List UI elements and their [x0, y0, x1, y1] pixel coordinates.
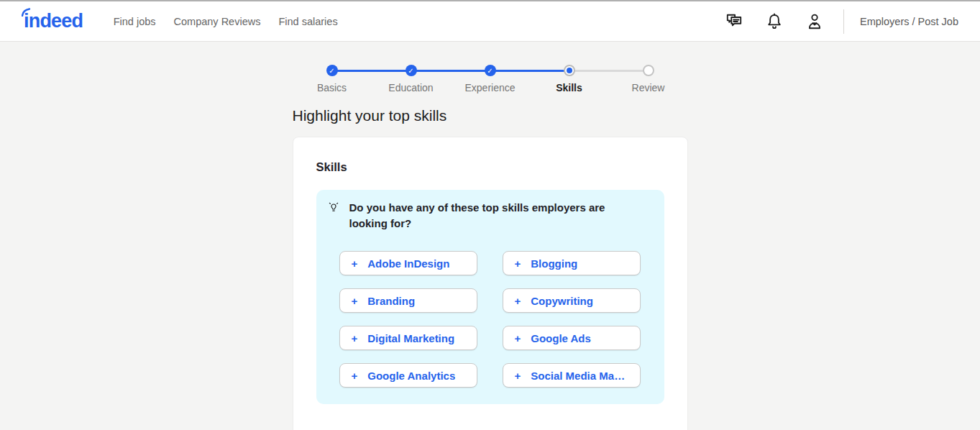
- step-label: Review: [632, 82, 665, 93]
- logo-arc-icon: [22, 8, 32, 17]
- suggested-skills-list: + Adobe InDesign + Blogging + Branding +…: [339, 251, 653, 388]
- navbar-divider: [843, 9, 844, 34]
- plus-icon: +: [352, 370, 358, 382]
- suggestion-question: Do you have any of these top skills empl…: [349, 200, 626, 232]
- step-complete-icon: ✓: [485, 65, 496, 76]
- main-content: ✓ Basics ✓ Education ✓ Experience Skills…: [293, 65, 688, 430]
- skills-card: Skills Do you have any of these top skil…: [293, 137, 688, 430]
- skill-chip-copywriting[interactable]: + Copywriting: [503, 288, 641, 313]
- plus-icon: +: [515, 332, 521, 344]
- skill-chip-label: Branding: [367, 295, 415, 307]
- step-current-icon: [564, 65, 575, 76]
- skill-chip-digital-marketing[interactable]: + Digital Marketing: [339, 326, 477, 350]
- plus-icon: +: [515, 257, 521, 270]
- step-complete-icon: ✓: [326, 65, 338, 76]
- navbar-actions: Employers / Post Job: [703, 9, 958, 34]
- plus-icon: +: [352, 295, 358, 307]
- notifications-icon[interactable]: [765, 12, 784, 31]
- step-upcoming-icon: [643, 65, 654, 76]
- plus-icon: +: [352, 257, 358, 270]
- page-title: Highlight your top skills: [293, 107, 688, 124]
- skill-chip-label: Adobe InDesign: [367, 257, 449, 270]
- skill-chip-label: Google Ads: [531, 332, 591, 344]
- skill-chip-label: Copywriting: [531, 295, 593, 307]
- step-label: Experience: [464, 82, 515, 93]
- skill-chip-blogging[interactable]: + Blogging: [503, 251, 641, 275]
- step-label: Skills: [556, 82, 582, 93]
- employers-post-job-link[interactable]: Employers / Post Job: [860, 16, 958, 27]
- lightbulb-icon: [328, 201, 339, 213]
- check-icon: ✓: [408, 67, 413, 75]
- skill-chip-branding[interactable]: + Branding: [339, 288, 477, 313]
- skills-card-heading: Skills: [316, 160, 664, 174]
- plus-icon: +: [515, 370, 521, 382]
- skill-chip-label: Social Media Ma…: [531, 370, 625, 382]
- check-icon: ✓: [487, 67, 493, 75]
- nav-find-jobs[interactable]: Find jobs: [104, 9, 165, 35]
- suggestion-question-row: Do you have any of these top skills empl…: [328, 200, 653, 232]
- profile-icon[interactable]: [805, 12, 824, 31]
- skill-chip-label: Google Analytics: [367, 370, 455, 382]
- skill-chip-google-analytics[interactable]: + Google Analytics: [339, 363, 477, 388]
- step-experience[interactable]: ✓ Experience: [451, 65, 530, 93]
- nav-find-salaries[interactable]: Find salaries: [270, 9, 347, 35]
- skill-chip-adobe-indesign[interactable]: + Adobe InDesign: [339, 251, 477, 275]
- nav-company-reviews[interactable]: Company Reviews: [165, 9, 270, 35]
- step-complete-icon: ✓: [406, 65, 417, 76]
- top-skills-suggestion-box: Do you have any of these top skills empl…: [316, 190, 664, 404]
- plus-icon: +: [515, 295, 521, 307]
- step-label: Basics: [317, 82, 347, 93]
- messages-icon[interactable]: [725, 12, 743, 31]
- skill-chip-label: Blogging: [531, 257, 577, 270]
- step-label: Education: [388, 82, 433, 93]
- plus-icon: +: [352, 332, 358, 344]
- check-icon: ✓: [329, 67, 334, 75]
- skill-chip-social-media-marketing[interactable]: + Social Media Ma…: [503, 363, 641, 388]
- skill-chip-google-ads[interactable]: + Google Ads: [503, 326, 641, 350]
- step-review[interactable]: Review: [609, 65, 688, 93]
- progress-stepper: ✓ Basics ✓ Education ✓ Experience Skills…: [293, 65, 688, 93]
- skill-chip-label: Digital Marketing: [367, 332, 454, 344]
- step-basics[interactable]: ✓ Basics: [293, 65, 372, 93]
- primary-nav: Find jobs Company Reviews Find salaries: [104, 9, 347, 35]
- step-education[interactable]: ✓ Education: [372, 65, 451, 93]
- top-navbar: indeed Find jobs Company Reviews Find sa…: [0, 1, 980, 42]
- step-skills[interactable]: Skills: [530, 65, 609, 93]
- indeed-logo[interactable]: indeed: [24, 12, 83, 31]
- logo-text: indeed: [24, 10, 83, 32]
